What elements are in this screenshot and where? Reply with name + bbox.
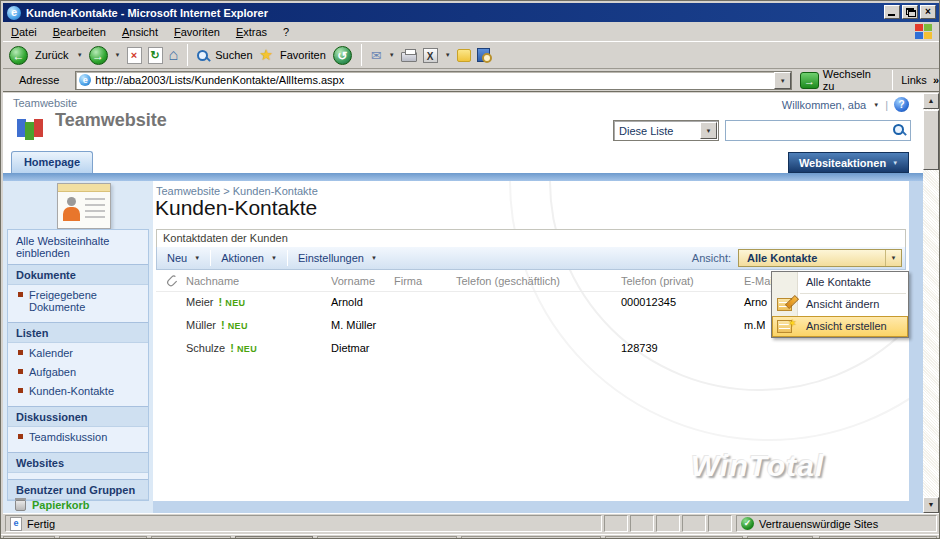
menu-item-ansicht-erstellen[interactable]: ✶ Ansicht erstellen xyxy=(772,316,908,337)
favorites-label[interactable]: Favoriten xyxy=(280,49,326,61)
recycle-bin-label[interactable]: Papierkorb xyxy=(32,499,89,511)
welcome-menu[interactable]: Willkommen, aba ▼ | ? xyxy=(782,97,909,112)
welcome-label[interactable]: Willkommen, aba xyxy=(782,99,866,111)
actions-button[interactable]: Aktionen ▼ xyxy=(211,247,287,269)
close-button[interactable]: × xyxy=(920,5,936,19)
favorites-icon[interactable]: ★ xyxy=(260,46,273,64)
sidebar-item-kalender[interactable]: Kalender xyxy=(8,343,148,362)
col-vorname[interactable]: Vorname xyxy=(331,275,375,287)
trusted-sites-icon: ✓ xyxy=(741,517,754,530)
col-firma[interactable]: Firma xyxy=(394,275,422,287)
history-icon[interactable]: ↺ xyxy=(333,46,352,65)
sidebar-item-label[interactable]: Freigegebene Dokumente xyxy=(29,289,144,313)
menu-item-label[interactable]: Alle Kontakte xyxy=(806,272,871,293)
menu-favoriten[interactable]: Favoriten xyxy=(166,23,228,41)
view-all-site-content-link[interactable]: Alle Websiteinhalte einblenden xyxy=(8,230,148,264)
status-message-pane: e Fertig xyxy=(5,515,602,532)
actions-dropdown-icon: ▼ xyxy=(271,255,277,261)
sidebar-item-label[interactable]: Aufgaben xyxy=(29,366,76,378)
back-icon[interactable]: ← xyxy=(9,46,28,65)
attachment-icon xyxy=(166,274,178,290)
address-url[interactable]: http://aba2003/Lists/KundenKontakte/AllI… xyxy=(95,74,344,86)
sidebar-item-label[interactable]: Teamdiskussion xyxy=(29,431,107,443)
view-selector[interactable]: Alle Kontakte ▼ xyxy=(738,249,902,267)
menu-item-label[interactable]: Ansicht ändern xyxy=(806,294,879,315)
menu-item-label[interactable]: Ansicht erstellen xyxy=(806,316,887,337)
address-input[interactable]: e http://aba2003/Lists/KundenKontakte/Al… xyxy=(75,71,792,90)
sidebar-item-teamdiskussion[interactable]: Teamdiskussion xyxy=(8,427,148,446)
cell-nachname[interactable]: Schulze xyxy=(186,342,225,354)
print-icon[interactable] xyxy=(401,52,417,62)
menu-ansicht[interactable]: Ansicht xyxy=(114,23,166,41)
cell-nachname[interactable]: Meier xyxy=(186,296,214,308)
sidebar-header-listen[interactable]: Listen xyxy=(8,322,148,343)
home-icon[interactable]: ⌂ xyxy=(169,46,179,64)
cell-nachname[interactable]: Müller xyxy=(186,319,216,331)
go-button[interactable]: → Wechseln zu xyxy=(800,68,884,92)
address-dropdown-icon[interactable]: ▼ xyxy=(774,72,791,89)
site-search-icon[interactable] xyxy=(893,124,904,135)
links-label[interactable]: Links xyxy=(901,74,927,86)
scroll-down-icon[interactable]: ▼ xyxy=(923,497,939,513)
settings-button[interactable]: Einstellungen ▼ xyxy=(288,247,387,269)
recycle-bin-link[interactable]: Papierkorb xyxy=(7,497,149,513)
col-telefon-privat[interactable]: Telefon (privat) xyxy=(621,275,694,287)
cell-email[interactable]: Arno xyxy=(744,296,767,308)
search-icon[interactable] xyxy=(197,50,208,61)
new-button[interactable]: Neu ▼ xyxy=(157,247,210,269)
sidebar-item-aufgaben[interactable]: Aufgaben xyxy=(8,362,148,381)
menu-datei[interactable]: Datei xyxy=(3,23,45,41)
sidebar-item-freigegebene-dokumente[interactable]: Freigegebene Dokumente xyxy=(8,285,148,316)
site-actions-button[interactable]: Websiteaktionen ▼ xyxy=(788,152,909,173)
edit-dropdown-icon[interactable]: ▼ xyxy=(445,52,451,58)
menu-bearbeiten[interactable]: Bearbeiten xyxy=(45,23,114,41)
restore-button[interactable] xyxy=(902,5,918,19)
tab-homepage[interactable]: Homepage xyxy=(11,151,93,173)
search-scope-select[interactable]: Diese Liste ▼ xyxy=(613,120,719,141)
sidebar-header-websites[interactable]: Websites xyxy=(8,452,148,473)
mail-dropdown-icon[interactable]: ▼ xyxy=(389,52,395,58)
help-icon[interactable]: ? xyxy=(894,97,909,112)
research-icon[interactable] xyxy=(477,48,490,62)
bullet-icon xyxy=(18,369,23,374)
site-title[interactable]: Teamwebsite xyxy=(55,110,167,131)
col-telefon-geschaeftlich[interactable]: Telefon (geschäftlich) xyxy=(456,275,560,287)
global-site-link[interactable]: Teamwebsite xyxy=(13,97,77,109)
view-selector-dropdown-icon[interactable]: ▼ xyxy=(885,250,901,266)
menu-item-alle-kontakte[interactable]: Alle Kontakte xyxy=(772,272,908,293)
create-view-icon: ✶ xyxy=(777,320,792,333)
forward-dropdown-icon[interactable]: ▼ xyxy=(115,52,121,58)
mail-icon[interactable]: ✉ xyxy=(371,48,382,63)
bullet-icon xyxy=(18,292,23,297)
edit-excel-icon[interactable]: X xyxy=(423,48,438,63)
sidebar-header-diskussionen[interactable]: Diskussionen xyxy=(8,406,148,427)
status-pane xyxy=(682,515,706,532)
sidebar-header-dokumente[interactable]: Dokumente xyxy=(8,264,148,285)
new-badge: ! NEU xyxy=(230,342,257,354)
welcome-dropdown-icon[interactable]: ▼ xyxy=(873,102,879,108)
links-chevron-icon[interactable]: » xyxy=(933,74,939,86)
sidebar-item-label[interactable]: Kalender xyxy=(29,347,73,359)
status-bar: e Fertig ✓ Vertrauenswürdige Sites xyxy=(3,513,939,533)
menu-item-ansicht-aendern[interactable]: Ansicht ändern xyxy=(772,294,908,315)
menu-hilfe[interactable]: ? xyxy=(275,23,297,41)
site-search-input[interactable] xyxy=(725,120,911,141)
scope-dropdown-icon[interactable]: ▼ xyxy=(700,122,717,139)
refresh-icon[interactable]: ↻ xyxy=(148,47,163,64)
menu-extras[interactable]: Extras xyxy=(228,23,275,41)
minimize-button[interactable] xyxy=(884,5,900,19)
sidebar-item-label[interactable]: Kunden-Kontakte xyxy=(29,385,114,397)
search-label[interactable]: Suchen xyxy=(215,49,252,61)
scrollbar-thumb[interactable] xyxy=(923,110,939,170)
back-label[interactable]: Zurück xyxy=(35,49,69,61)
scroll-up-icon[interactable]: ▲ xyxy=(923,93,939,109)
stop-icon[interactable]: × xyxy=(127,47,142,64)
cell-email[interactable]: m.M xyxy=(744,319,765,331)
page-viewport: Teamwebsite Willkommen, aba ▼ | ? Teamwe… xyxy=(3,93,923,513)
col-nachname[interactable]: Nachname xyxy=(186,275,239,287)
back-dropdown-icon[interactable]: ▼ xyxy=(77,52,83,58)
vertical-scrollbar[interactable]: ▲ ▼ xyxy=(923,93,939,513)
forward-icon[interactable]: → xyxy=(89,46,108,65)
messenger-icon[interactable] xyxy=(457,49,471,62)
sidebar-item-kunden-kontakte[interactable]: Kunden-Kontakte xyxy=(8,381,148,400)
